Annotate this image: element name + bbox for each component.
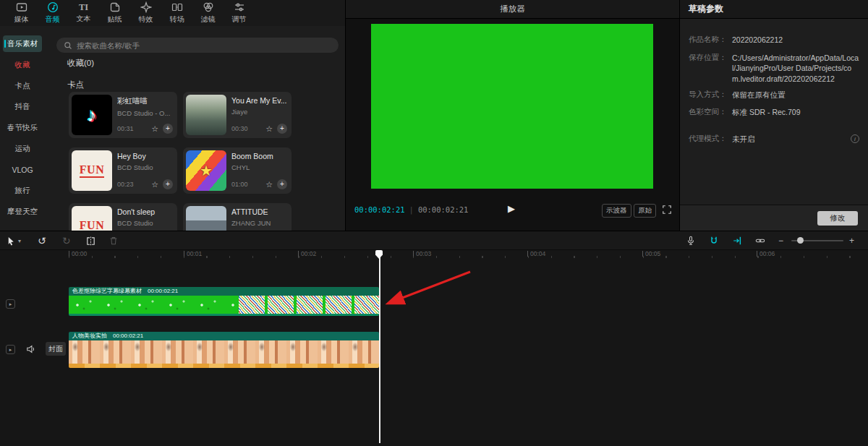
music-card[interactable]: ♪ 彩虹喵喵 BCD Studio - O... 00:31 ☆ + bbox=[69, 92, 177, 138]
field-label: 色彩空间： bbox=[689, 107, 732, 117]
video-preview-greenscreen[interactable] bbox=[371, 24, 653, 189]
oscilloscope-button[interactable]: 示波器 bbox=[602, 204, 631, 218]
tool-dropdown-chevron-icon[interactable]: ▾ bbox=[18, 231, 21, 250]
timeline-ruler[interactable]: 00:00 00:01 00:02 00:03 00:04 00:05 00:0… bbox=[0, 250, 868, 260]
library-category-sidebar: 音乐素材 收藏 卡点 抖音 春节快乐 运动 VLOG 旅行 摩登天空 bbox=[0, 26, 45, 231]
ruler-mark: 00:03 bbox=[413, 251, 431, 257]
beauty-footage-clip[interactable]: 人物美妆实拍 00:00:02:21 bbox=[69, 332, 379, 368]
draft-rows: 作品名称： 202202062212 保存位置： C:/Users/Admini… bbox=[689, 35, 859, 152]
sidebar-item-sports[interactable]: 运动 bbox=[3, 140, 42, 157]
tab-audio[interactable]: 音频 bbox=[37, 0, 68, 26]
sidebar-item-travel[interactable]: 旅行 bbox=[3, 182, 42, 199]
music-artist: BCD Studio bbox=[117, 163, 173, 171]
add-music-button[interactable]: + bbox=[277, 179, 287, 189]
draft-row-save-location: 保存位置： C:/Users/Administrator/AppData/Loc… bbox=[689, 53, 859, 84]
music-card-thumbnail bbox=[186, 206, 226, 231]
total-duration: 00:00:02:21 bbox=[418, 205, 469, 214]
sidebar-item-favorites[interactable]: 收藏 bbox=[3, 56, 42, 73]
music-card[interactable]: You Are My Ev... Jiaye 00:30 ☆ + bbox=[183, 92, 292, 138]
music-card[interactable]: FUN Don't sleep BCD Studio ☆ + bbox=[69, 203, 177, 231]
favorite-star-icon[interactable]: ☆ bbox=[151, 180, 158, 189]
sidebar-item-label: 收藏 bbox=[15, 60, 30, 70]
sticker-icon bbox=[109, 1, 121, 13]
cover-button[interactable]: 封面 bbox=[46, 342, 66, 356]
sidebar-item-label: 春节快乐 bbox=[7, 123, 38, 133]
zoom-out-button[interactable]: − bbox=[778, 231, 783, 250]
sidebar-item-beat[interactable]: 卡点 bbox=[3, 77, 42, 94]
mute-track-button[interactable] bbox=[26, 344, 36, 354]
track1-collapse-toggle[interactable]: ▸ bbox=[6, 299, 15, 309]
select-tool-button[interactable] bbox=[6, 231, 17, 250]
main-track-magnet-icon[interactable] bbox=[709, 231, 719, 250]
sidebar-item-music-material[interactable]: 音乐素材 bbox=[3, 35, 42, 52]
text-icon: TI bbox=[79, 2, 88, 12]
favorite-star-icon[interactable]: ☆ bbox=[265, 124, 273, 134]
play-button[interactable]: ▶ bbox=[508, 203, 515, 214]
proxy-mode-value: 未开启 bbox=[732, 134, 859, 144]
ruler-mark: 00:05 bbox=[642, 251, 660, 257]
sidebar-item-douyin[interactable]: 抖音 bbox=[3, 98, 42, 115]
tab-filters[interactable]: 滤镜 bbox=[192, 0, 224, 26]
zoom-slider-knob[interactable] bbox=[797, 237, 804, 244]
modify-button[interactable]: 修改 bbox=[817, 211, 858, 226]
ruler-mark: 00:06 bbox=[757, 251, 775, 257]
favorite-star-icon[interactable]: ☆ bbox=[151, 124, 158, 134]
music-card-thumbnail: FUN bbox=[72, 150, 112, 191]
import-mode-value: 保留在原有位置 bbox=[732, 90, 859, 100]
music-title: ATTITUDE bbox=[231, 207, 287, 216]
clip-header: 色差抠除综艺字幕绿幕素材 00:00:02:21 bbox=[69, 287, 379, 296]
sidebar-item-modern-sky[interactable]: 摩登天空 bbox=[3, 203, 42, 220]
auto-snap-icon[interactable] bbox=[732, 231, 742, 250]
music-card[interactable]: ATTITUDE ZHANG JUN ☆ + bbox=[183, 203, 292, 231]
music-search-bar[interactable] bbox=[56, 38, 339, 53]
music-card[interactable]: FUN Hey Boy BCD Studio 00:23 ☆ + bbox=[69, 147, 177, 194]
undo-button[interactable]: ↺ bbox=[38, 231, 46, 250]
color-space-value: 标准 SDR - Rec.709 bbox=[732, 107, 859, 117]
music-card[interactable]: ★ Boom Boom CHYL 01:00 ☆ + bbox=[183, 147, 292, 194]
music-artist: ZHANG JUN bbox=[231, 219, 287, 227]
clip-duration: 00:00:02:21 bbox=[113, 332, 143, 340]
add-music-button[interactable]: + bbox=[277, 124, 287, 134]
playhead-line[interactable] bbox=[379, 250, 380, 443]
sidebar-item-label: 摩登天空 bbox=[7, 207, 38, 217]
add-music-button[interactable]: + bbox=[163, 124, 173, 134]
sidebar-item-vlog[interactable]: VLOG bbox=[3, 161, 42, 178]
timeline-panel: ▾ ↺ ↻ − bbox=[0, 231, 868, 446]
effects-icon bbox=[140, 1, 152, 13]
music-duration: 01:00 bbox=[231, 181, 248, 188]
redo-button[interactable]: ↻ bbox=[62, 231, 71, 250]
tab-adjust[interactable]: 调节 bbox=[224, 0, 255, 26]
zoom-in-button[interactable]: + bbox=[849, 231, 854, 250]
add-music-button[interactable]: + bbox=[163, 179, 173, 189]
player-header: 播放器 bbox=[346, 0, 679, 19]
original-quality-button[interactable]: 原始 bbox=[634, 204, 656, 218]
tab-media[interactable]: 媒体 bbox=[6, 0, 37, 26]
tab-transitions[interactable]: 转场 bbox=[161, 0, 192, 26]
sidebar-item-spring-festival[interactable]: 春节快乐 bbox=[3, 119, 42, 136]
timeline-zoom-slider[interactable] bbox=[791, 231, 843, 250]
linkage-icon[interactable] bbox=[755, 231, 765, 250]
video-editor-window: 媒体 音频 TI 文本 贴纸 特效 转场 bbox=[0, 0, 868, 446]
album-art: FUN bbox=[80, 219, 104, 231]
tab-effects-label: 特效 bbox=[139, 14, 153, 25]
greenscreen-overlay-clip[interactable]: 色差抠除综艺字幕绿幕素材 00:00:02:21 bbox=[69, 287, 379, 316]
save-path-value: C:/Users/Administrator/AppData/Local/Jia… bbox=[732, 53, 859, 84]
delete-clip-button[interactable] bbox=[109, 231, 119, 250]
draft-row-name: 作品名称： 202202062212 bbox=[689, 35, 859, 45]
sidebar-item-label: 抖音 bbox=[15, 102, 30, 112]
record-voiceover-mic-icon[interactable] bbox=[686, 231, 696, 250]
draft-header: 草稿参数 bbox=[680, 0, 868, 19]
favorite-star-icon[interactable]: ☆ bbox=[265, 180, 273, 189]
tab-filters-label: 滤镜 bbox=[201, 14, 216, 25]
tab-effects[interactable]: 特效 bbox=[130, 0, 161, 26]
split-clip-button[interactable] bbox=[85, 231, 96, 250]
tab-text[interactable]: TI 文本 bbox=[68, 0, 99, 26]
music-card-thumbnail: ♪ bbox=[72, 95, 112, 135]
fullscreen-icon[interactable] bbox=[662, 205, 672, 215]
tab-sticker[interactable]: 贴纸 bbox=[99, 0, 130, 26]
clip-footer-strip bbox=[69, 364, 379, 368]
track2-collapse-toggle[interactable]: ▸ bbox=[6, 345, 15, 354]
clip-name: 色差抠除综艺字幕绿幕素材 bbox=[72, 287, 142, 296]
search-input[interactable] bbox=[77, 41, 331, 50]
info-icon[interactable]: i bbox=[851, 134, 859, 143]
